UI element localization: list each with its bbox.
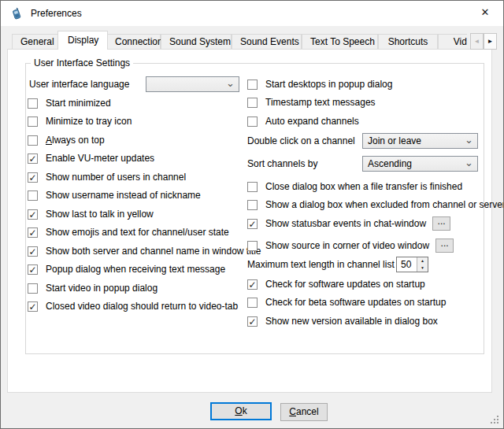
checkbox[interactable] (28, 116, 38, 127)
checkbox[interactable]: ✓ (28, 153, 38, 164)
tab-shortcuts[interactable]: Shortcuts (378, 34, 438, 50)
tab-sound-events[interactable]: Sound Events (232, 34, 302, 50)
checkbox-label: Show a dialog box when excluded from cha… (265, 199, 504, 210)
display-tab-page: User Interface Settings User interface l… (7, 49, 492, 393)
group-title: User Interface Settings (31, 57, 133, 68)
double-click-row: Double click on a channel (247, 133, 355, 149)
checkbox[interactable] (28, 283, 38, 294)
checkbox-row[interactable]: Start video in popup dialog (28, 280, 158, 296)
spin-up-icon[interactable]: ▲ (417, 257, 428, 264)
spin-buttons: ▲ ▼ (417, 257, 428, 272)
checkbox[interactable]: ✓ (247, 316, 258, 327)
checkbox-row[interactable]: Show source in corner of video window ..… (247, 238, 454, 253)
sort-channels-row: Sort channels by (247, 156, 317, 172)
video-source-ellipsis-button[interactable]: ... (435, 239, 454, 253)
language-combo[interactable]: ⌄ (146, 76, 239, 92)
tab-scroll-left-icon[interactable]: ◄ (470, 33, 484, 50)
checkbox[interactable] (28, 190, 38, 201)
max-text-label: Maximum text length in channel list (247, 259, 395, 270)
checkbox[interactable] (247, 241, 258, 251)
checkbox-row[interactable]: ✓Show both server and channel name in wi… (28, 243, 261, 259)
checkbox-row[interactable]: Auto expand channels (247, 113, 359, 129)
checkbox[interactable]: ✓ (28, 209, 38, 220)
statusbar-events-ellipsis-button[interactable]: ... (432, 216, 450, 231)
checkbox-row[interactable]: Always on top (28, 132, 105, 148)
checkbox-row[interactable]: ✓Show emojis and text for channel/user s… (28, 224, 229, 240)
tab-connection[interactable]: Connection (106, 34, 161, 50)
double-click-combo[interactable]: Join or leave ⌄ (362, 133, 478, 149)
language-label: User interface language (29, 79, 129, 90)
checkbox[interactable]: ✓ (247, 279, 258, 290)
checkbox-label: Always on top (46, 135, 105, 146)
checkbox-label: Start desktops in popup dialog (265, 79, 392, 90)
checkbox[interactable]: ✓ (28, 264, 38, 275)
checkbox[interactable]: ✓ (28, 246, 38, 257)
cancel-button[interactable]: Cancel (280, 403, 328, 421)
checkbox-label: Enable VU-meter updates (46, 153, 154, 164)
tab-display[interactable]: Display (57, 31, 108, 50)
checkbox-label: Check for beta software updates on start… (265, 297, 446, 308)
chevron-down-icon: ⌄ (465, 134, 473, 146)
double-click-label: Double click on a channel (247, 135, 355, 146)
max-text-spinbox[interactable]: 50 ▲ ▼ (396, 257, 428, 272)
checkbox-row[interactable]: ✓Popup dialog when receiving text messag… (28, 261, 225, 277)
checkbox[interactable] (28, 98, 38, 109)
checkbox-row[interactable]: ✓Closed video dialog should return to vi… (28, 298, 238, 314)
checkbox[interactable] (247, 80, 258, 90)
double-click-combo-value: Join or leave (368, 135, 421, 146)
checkbox-row[interactable]: ✓Check for software updates on startup (247, 276, 425, 292)
language-row: User interface language (29, 76, 129, 92)
titlebar[interactable]: Preferences ✕ (1, 1, 503, 26)
checkbox[interactable] (247, 298, 258, 308)
ok-button[interactable]: Ok (210, 402, 272, 420)
checkbox-label: Show statusbar events in chat-window (265, 218, 426, 229)
spin-down-icon[interactable]: ▼ (417, 264, 428, 272)
max-text-value: 50 (401, 259, 411, 270)
checkbox-label: Check for software updates on startup (265, 279, 425, 290)
checkbox[interactable]: ✓ (28, 227, 38, 238)
checkbox[interactable] (247, 98, 258, 108)
checkbox-row[interactable]: Close dialog box when a file transfer is… (247, 179, 462, 194)
tab-scroll-right-icon[interactable]: ► (484, 33, 497, 50)
checkbox-label: Start minimized (46, 98, 111, 109)
checkbox-row[interactable]: Timestamp text messages (247, 94, 376, 110)
checkbox[interactable]: ✓ (28, 172, 38, 183)
checkbox-row[interactable]: ✓ Show statusbar events in chat-window .… (247, 216, 450, 231)
checkbox-row[interactable]: Check for beta software updates on start… (247, 294, 446, 310)
checkbox[interactable]: ✓ (247, 219, 258, 229)
close-button[interactable]: ✕ (472, 1, 498, 24)
checkbox-row[interactable]: ✓Show last to talk in yellow (28, 206, 154, 222)
chevron-down-icon: ⌄ (226, 77, 235, 90)
checkbox-row[interactable]: ✓Show new version available in dialog bo… (247, 313, 438, 329)
tab-general[interactable]: General (12, 34, 59, 50)
window-title: Preferences (31, 8, 82, 19)
checkbox-label: Start video in popup dialog (46, 283, 158, 294)
resize-grip[interactable] (497, 422, 498, 423)
checkbox-label: Auto expand channels (265, 116, 359, 127)
checkbox[interactable] (28, 135, 38, 146)
preferences-dialog: Preferences ✕ General Display Connection… (0, 0, 504, 429)
checkbox-label: Show username instead of nickname (46, 190, 201, 201)
checkbox-label: Show both server and channel name in win… (46, 246, 261, 257)
checkbox-row[interactable]: Minimize to tray icon (28, 113, 132, 129)
sort-channels-combo[interactable]: Ascending ⌄ (362, 156, 478, 172)
tab-text-to-speech[interactable]: Text To Speech (302, 34, 378, 50)
checkbox[interactable] (247, 116, 258, 127)
tab-sound-system[interactable]: Sound System (161, 34, 232, 50)
checkbox-label: Popup dialog when receiving text message (46, 264, 225, 275)
checkbox-row[interactable]: Show a dialog box when excluded from cha… (247, 197, 504, 213)
checkbox-label: Show emojis and text for channel/user st… (46, 227, 229, 238)
checkbox-row[interactable]: ✓Show number of users in channel (28, 169, 186, 185)
tab-video[interactable]: Video (438, 34, 467, 50)
checkbox[interactable] (247, 200, 258, 210)
checkbox-row[interactable]: Start minimized (28, 95, 111, 111)
checkbox-row[interactable]: ✓Enable VU-meter updates (28, 150, 154, 166)
checkbox-row[interactable]: Show username instead of nickname (28, 187, 201, 203)
checkbox[interactable]: ✓ (28, 301, 38, 312)
checkbox-label: Minimize to tray icon (46, 116, 132, 127)
tab-scrollers: ◄ ► (470, 33, 497, 50)
checkbox[interactable] (247, 182, 258, 192)
checkbox-label: Show last to talk in yellow (46, 209, 154, 220)
checkbox-row[interactable]: Start desktops in popup dialog (247, 76, 392, 92)
app-icon (10, 7, 23, 20)
